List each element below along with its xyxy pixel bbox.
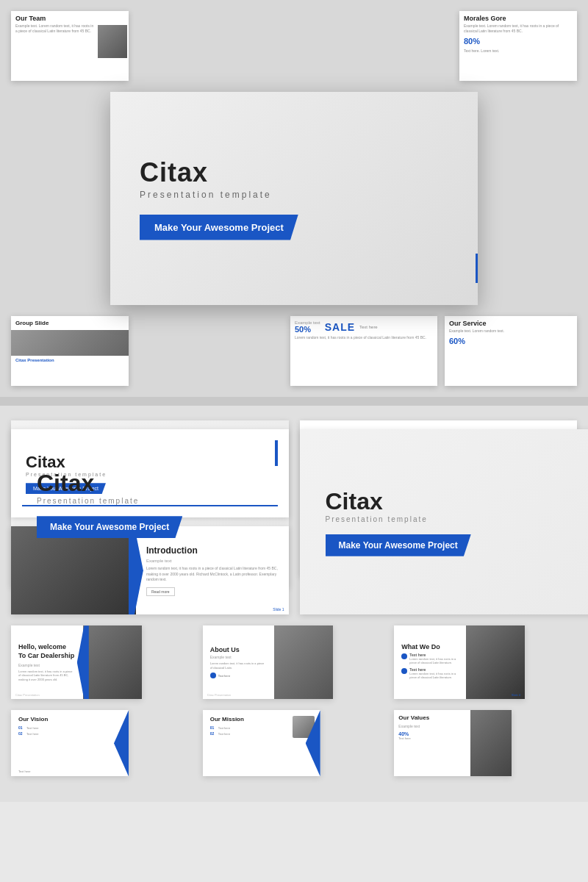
whatwedo-left: What We Do Text here Lorem random text, … [394, 625, 466, 699]
whatwedo-row1: Text here Lorem random text, it has root… [401, 653, 459, 665]
slide-about-card[interactable]: About Us Example text Lorem random text,… [203, 625, 334, 699]
mission-text1: Text here [218, 726, 230, 730]
slide-citax-large-card[interactable]: Citax Presentation template Make Your Aw… [300, 429, 589, 614]
slide-values-card[interactable]: Our Values Example text 40% Text here [394, 710, 512, 776]
vision-title: Our Vision [18, 716, 121, 723]
slides-row-vision: Our Vision 01 Text here 02 Text here Tex… [11, 710, 577, 776]
bg-slide-group: Group Slide Citax Presentation [11, 316, 129, 386]
values-slide: Our Values Example text 40% Text here [394, 710, 512, 776]
whatwedo-title: What We Do [401, 643, 459, 650]
mission-slide: Our Mission 01 Text here 02 Text here [203, 710, 320, 776]
bg-slide-our-service: Our Service Example text. Lorem random t… [445, 316, 577, 386]
our-service-percent: 60% [445, 334, 577, 348]
bg-slide-sale: Example text 50% SALE Text here Lorem ra… [290, 316, 437, 386]
vision-num2: 02 [18, 731, 24, 736]
sale-letters: SALE [325, 321, 355, 333]
citax-large-content: Citax Presentation template Make Your Aw… [11, 420, 289, 587]
whatwedo-row2: Text here Lorem random text, it has root… [401, 667, 459, 680]
morales-text: Example text. Lorem random text, it has … [459, 24, 577, 34]
vision-text1: Text here [26, 726, 38, 730]
about-slide-num: Citax Presentation [207, 693, 232, 697]
values-label: Example text [398, 724, 466, 728]
citax-main-slide: Citax Presentation template Make Your Aw… [300, 429, 589, 614]
main-slide-deco2 [476, 254, 478, 283]
group-brand: Citax Presentation [11, 356, 129, 365]
vision-text2: Text here [26, 732, 38, 736]
vision-item1: 01 Text here [18, 725, 121, 730]
morales-text2: Text here. Lorem text. [459, 49, 577, 54]
group-img [11, 330, 129, 356]
whatwedo-slide: What We Do Text here Lorem random text, … [394, 625, 525, 699]
vision-num1: 01 [18, 725, 24, 730]
about-icon-text: Text here [218, 674, 230, 678]
citax-large-brand: Citax [37, 470, 263, 497]
about-icon [210, 673, 216, 678]
main-slide-cta: Make Your Awesome Project [140, 215, 298, 240]
intro-read-more[interactable]: Read more [146, 587, 175, 596]
whatwedo-icon1 [401, 653, 407, 659]
main-slide: Citax Presentation template Make Your Aw… [110, 92, 478, 305]
section-separator [0, 397, 588, 406]
main-slide-content: Citax Presentation template Make Your Aw… [110, 92, 478, 305]
slide-hello-card[interactable]: Hello, welcome To Car Dealership Example… [11, 625, 142, 699]
slide-vision-card[interactable]: Our Vision 01 Text here 02 Text here Tex… [11, 710, 129, 776]
slide-mission-card[interactable]: Our Mission 01 Text here 02 Text here [203, 710, 320, 776]
hello-title: Hello, welcome To Car Dealership [18, 643, 76, 660]
our-service-text: Example text. Lorem random text. [445, 329, 577, 334]
whatwedo-icon2 [401, 668, 407, 674]
vision-item2: 02 Text here [18, 731, 121, 736]
morales-percent: 80% [459, 34, 577, 49]
about-icon-row: Text here [210, 673, 268, 678]
top-showcase: Our Team Example text. Lorem random text… [0, 0, 588, 397]
citax-large-cta: Make Your Awesome Project [37, 516, 182, 538]
hello-img [83, 625, 142, 699]
whatwedo-slide-num: Slide 4 [512, 693, 520, 697]
values-text: Text here [398, 736, 466, 740]
hello-body: Lorem random text, it has roots in a pie… [18, 670, 76, 682]
our-team-title: Our Team [11, 11, 129, 24]
bg-slide-morales-gore: Morales Gore Example text. Lorem random … [459, 11, 577, 81]
team-img [98, 25, 127, 58]
hello-slide-num: Citax Presentation [15, 693, 40, 697]
bottom-section: Citax Presentation template Make Your Aw… [0, 406, 588, 802]
mission-num1: 01 [210, 725, 216, 730]
about-label: Example text [210, 655, 268, 659]
main-slide-subtitle: Presentation template [140, 190, 448, 200]
slide-card-citax-large[interactable]: Citax Presentation template Make Your Aw… [11, 420, 289, 587]
hello-slide: Hello, welcome To Car Dealership Example… [11, 625, 142, 699]
whatwedo-body1: Lorem random text, it has roots in a pie… [409, 657, 459, 665]
citax-main-cta: Make Your Awesome Project [326, 534, 471, 556]
slide-whatwedo-card[interactable]: What We Do Text here Lorem random text, … [394, 625, 525, 699]
whatwedo-body2: Lorem random text, it has roots in a pie… [409, 672, 459, 680]
citax-large-slide: Citax Presentation template Make Your Aw… [11, 420, 289, 587]
about-body: Lorem random text, it has roots in a pie… [210, 662, 268, 670]
hello-left: Hello, welcome To Car Dealership Example… [11, 625, 83, 699]
citax-main-sub: Presentation template [326, 515, 589, 523]
citax-large-sub: Presentation template [37, 497, 263, 505]
values-left: Our Values Example text 40% Text here [394, 710, 470, 776]
hello-label: Example text [18, 663, 76, 667]
sale-percent: 50% [295, 325, 320, 334]
about-title: About Us [210, 646, 268, 653]
citax-main-brand: Citax [326, 488, 589, 515]
values-title: Our Values [398, 714, 466, 721]
sale-text-here: Text here [359, 325, 378, 329]
main-slide-left: Citax Presentation template Make Your Aw… [140, 157, 448, 240]
slides-row-hello: Hello, welcome To Car Dealership Example… [11, 625, 577, 699]
citax-main-content: Citax Presentation template Make Your Aw… [300, 429, 589, 614]
intro-slide-num: Slide 1 [273, 607, 284, 612]
morales-gore-title: Morales Gore [459, 11, 577, 24]
vision-bottom: Text here [18, 770, 30, 773]
sale-body: Lorem random text, it has roots in a pie… [290, 335, 437, 340]
values-percent: 40% [398, 731, 466, 736]
values-img [470, 710, 512, 776]
whatwedo-img [466, 625, 525, 699]
about-left: About Us Example text Lorem random text,… [203, 625, 275, 699]
group-slide-title: Group Slide [11, 316, 129, 328]
mission-num2: 02 [210, 731, 216, 736]
main-slide-brand: Citax [140, 157, 448, 188]
about-slide: About Us Example text Lorem random text,… [203, 625, 334, 699]
bg-slide-our-team: Our Team Example text. Lorem random text… [11, 11, 129, 81]
mission-text2: Text here [218, 732, 230, 736]
our-service-title: Our Service [445, 316, 577, 329]
